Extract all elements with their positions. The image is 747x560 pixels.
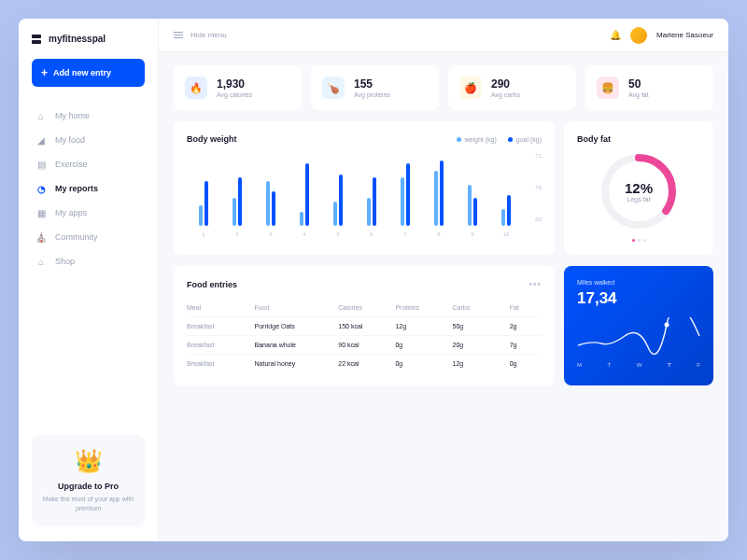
logo-icon (32, 35, 45, 44)
notifications-icon[interactable]: 🔔 (610, 30, 621, 40)
main-area: Hide menu 🔔 Marlene Sasoeur 🔥1,930Avg ca… (159, 19, 728, 541)
stats-row: 🔥1,930Avg calories🍗155Avg proteins🍎290Av… (174, 65, 713, 110)
hide-menu-label[interactable]: Hide menu (190, 31, 227, 39)
nav-label: My home (55, 111, 90, 120)
more-icon[interactable]: ••• (529, 279, 542, 289)
stat-icon: 🍔 (597, 77, 619, 99)
stat-label: Avg fat (628, 91, 649, 98)
bodyfat-label: Legs fat (625, 196, 653, 203)
table-row[interactable]: BreakfastBanana whole90 kcal0g20g7g (187, 335, 542, 354)
bar-goal (238, 177, 242, 226)
bar-label: 8 (437, 231, 440, 237)
avatar[interactable] (630, 27, 647, 44)
column-header: Calories (338, 304, 391, 311)
day-label: W (637, 362, 642, 368)
stat-card: 🍔50Avg fat (585, 65, 713, 110)
bar-weight (199, 205, 203, 226)
nav-icon: ◔ (35, 183, 47, 194)
bar-label: 4 (303, 231, 305, 237)
nav-list: ⌂My home◢My food▤Exercise◔My reports▦My … (32, 104, 145, 273)
bodyweight-title: Body weight (187, 134, 237, 144)
legend-goal: goal (kg) (508, 136, 542, 143)
bar-group: 1 (187, 157, 220, 237)
bar-weight (401, 177, 404, 226)
add-entry-label: Add new entry (53, 68, 111, 77)
stat-value: 290 (491, 77, 520, 91)
stat-card: 🔥1,930Avg calories (174, 65, 302, 110)
bar-goal (440, 161, 444, 226)
brand-logo[interactable]: myfitnesspal (32, 34, 145, 44)
bodyfat-value: 12% (625, 180, 653, 196)
menu-toggle-icon[interactable] (174, 32, 183, 38)
bar-weight (266, 181, 270, 226)
brand-name: myfitnesspal (49, 34, 106, 44)
cell-carbs: 20g (453, 342, 506, 348)
bar-weight (367, 198, 371, 226)
bodyfat-title: Body fat (577, 134, 700, 144)
stat-label: Avg proteins (354, 91, 390, 98)
dot-icon (457, 137, 461, 142)
miles-chart: MTWTF (577, 317, 700, 364)
bar-group: 7 (388, 157, 422, 237)
promo-subtitle: Make the most of your app with premium (41, 495, 135, 513)
bar-label: 7 (403, 231, 406, 237)
stat-value: 1,930 (217, 77, 252, 91)
dot-icon (508, 137, 513, 142)
cell-food: Banana whole (255, 342, 335, 348)
add-entry-button[interactable]: + Add new entry (32, 59, 145, 87)
bar-goal (272, 191, 275, 226)
bar-label: 9 (471, 231, 473, 237)
sidebar-item-my-home[interactable]: ⌂My home (32, 104, 145, 128)
cell-carbs: 12g (453, 360, 506, 367)
table-row[interactable]: BreakfastNatural honey22 kcal0g12g0g (187, 354, 542, 372)
content: 🔥1,930Avg calories🍗155Avg proteins🍎290Av… (159, 52, 728, 541)
column-header: Food (255, 304, 335, 311)
cell-food: Natural honey (255, 360, 335, 367)
table-header: MealFoodCaloriesProteinsCarbsFat (187, 299, 542, 316)
bar-goal (473, 198, 477, 226)
bar-weight (434, 171, 438, 226)
cell-meal: Breakfast (187, 360, 251, 367)
stat-label: Avg calories (217, 91, 252, 98)
upgrade-promo[interactable]: 👑 Upgrade to Pro Make the most of your a… (32, 435, 145, 526)
username[interactable]: Marlene Sasoeur (656, 31, 713, 39)
sidebar-item-my-food[interactable]: ◢My food (32, 128, 145, 152)
nav-label: My reports (55, 184, 98, 193)
miles-days: MTWTF (577, 362, 700, 368)
bar-label: 5 (336, 231, 339, 237)
nav-label: My apps (55, 208, 87, 217)
day-label: T (608, 362, 612, 368)
sidebar-item-my-reports[interactable]: ◔My reports (32, 176, 145, 201)
bar-goal (305, 163, 309, 226)
column-header: Fat (510, 304, 542, 311)
sidebar-item-shop[interactable]: ⌂Shop (32, 249, 145, 273)
plus-icon: + (41, 67, 48, 78)
miles-walked-card: Miles walked 17,34 MTWTF (564, 266, 713, 385)
nav-icon: ⌂ (35, 256, 47, 267)
app-window: myfitnesspal + Add new entry ⌂My home◢My… (19, 19, 728, 541)
sidebar-item-my-apps[interactable]: ▦My apps (32, 201, 145, 225)
bodyfat-pager[interactable] (577, 239, 700, 242)
day-label: M (577, 362, 582, 368)
bar-goal (507, 195, 511, 226)
bar-group: 8 (422, 157, 456, 237)
bar-group: 4 (288, 157, 321, 237)
nav-label: Shop (55, 257, 75, 266)
cell-calories: 150 kcal (338, 323, 391, 329)
nav-label: Exercise (55, 160, 88, 169)
cell-calories: 22 kcal (338, 360, 391, 367)
bar-weight (233, 198, 236, 226)
nav-icon: ⌂ (35, 110, 47, 121)
promo-title: Upgrade to Pro (41, 482, 135, 491)
stat-card: 🍗155Avg proteins (311, 65, 439, 110)
miles-value: 17,34 (577, 289, 700, 308)
bar-weight (501, 209, 505, 227)
sidebar-item-exercise[interactable]: ▤Exercise (32, 152, 145, 176)
nav-label: Community (55, 232, 98, 242)
cell-meal: Breakfast (187, 323, 251, 329)
table-row[interactable]: BreakfastPorridge Oats150 kcal12g50g2g (187, 316, 542, 335)
bar-weight (300, 212, 303, 226)
day-label: T (668, 362, 671, 368)
cell-carbs: 50g (453, 323, 506, 329)
sidebar-item-community[interactable]: ⛪Community (32, 225, 145, 249)
